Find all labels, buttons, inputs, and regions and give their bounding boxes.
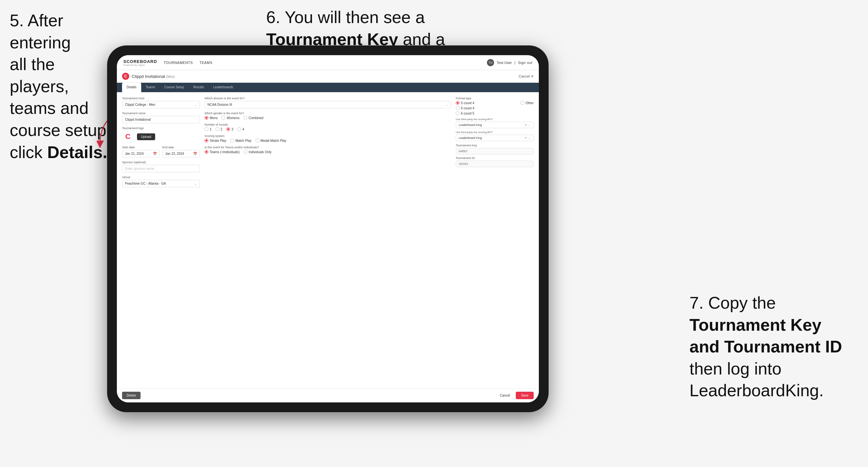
tournament-key-value: b4f6b7 <box>456 148 534 154</box>
format-other[interactable]: Other <box>520 101 534 105</box>
tournament-bar: C Clippd Invitational (Men) Cancel ✕ <box>117 70 539 83</box>
other-radio[interactable] <box>520 101 524 105</box>
format5count4-radio[interactable] <box>456 101 460 105</box>
name-input[interactable]: Clippd Invitational <box>122 116 200 123</box>
api2-field: Use third-party live scoring API? Leader… <box>456 131 534 141</box>
tab-results[interactable]: Results <box>189 83 208 92</box>
sponsor-input[interactable]: Enter sponsor name <box>122 165 200 172</box>
rounds-3[interactable]: 3 <box>226 127 234 131</box>
scoring-match[interactable]: Match Play <box>230 138 251 143</box>
format-5count4[interactable]: 5 count 4 <box>456 101 517 105</box>
api1-select[interactable]: Leaderboard King ✕ ⌄ <box>456 122 534 128</box>
gender-mens[interactable]: Mens <box>205 116 217 120</box>
cancel-button[interactable]: Cancel <box>497 392 513 399</box>
venue-input[interactable]: Peachtree GC - Atlanta - GA ⌄ <box>122 180 200 187</box>
round2-radio[interactable] <box>216 127 219 131</box>
step5-line5: click <box>10 143 48 162</box>
tablet-screen: SCOREBOARD Powered by clippd TOURNAMENTS… <box>117 55 539 402</box>
end-date-input[interactable]: Jan 23, 2024 📅 <box>162 150 200 157</box>
teams-plus[interactable]: Teams (+Individuals) <box>205 150 240 154</box>
api1-label: Use third-party live scoring API? <box>456 118 534 121</box>
api2-clear[interactable]: ✕ <box>525 136 527 139</box>
tournament-icon: C <box>122 73 129 80</box>
tournament-id-field: Tournament ID 302051 <box>456 156 534 167</box>
name-label: Tournament name <box>122 112 200 115</box>
start-date-input[interactable]: Jan 21, 2024 📅 <box>122 150 160 157</box>
step5-line1: 5. After entering <box>10 11 71 52</box>
scoring-field: Scoring system Stroke Play Match Play <box>205 134 451 143</box>
venue-field: Venue Peachtree GC - Atlanta - GA ⌄ <box>122 176 200 187</box>
scoring-medal[interactable]: Medal Match Play <box>255 138 286 143</box>
nav-links: TOURNAMENTS TEAMS <box>164 61 213 65</box>
tournament-id-value: 302051 <box>456 161 534 167</box>
main-content: Tournament Host Clippd College - Men ⌄ T… <box>117 92 539 388</box>
nav-teams[interactable]: TEAMS <box>199 61 212 65</box>
stroke-radio[interactable] <box>205 138 208 143</box>
combined-radio[interactable] <box>244 116 247 120</box>
format-label: Format type <box>456 97 534 100</box>
tab-details[interactable]: Details <box>122 83 141 92</box>
format-6count5[interactable]: 6 count 5 <box>456 111 517 115</box>
start-date-field: Start date Jan 21, 2024 📅 <box>122 146 160 157</box>
format6count4-radio[interactable] <box>456 106 460 110</box>
rounds-1[interactable]: 1 <box>205 127 212 131</box>
user-avatar: TU <box>487 59 494 66</box>
match-radio[interactable] <box>230 138 234 143</box>
sponsor-label: Sponsor (optional) <box>122 161 200 164</box>
tab-course-setup[interactable]: Course Setup <box>160 83 189 92</box>
rounds-label: Number of rounds <box>205 123 451 126</box>
user-name: Test User <box>497 61 512 65</box>
round1-radio[interactable] <box>205 127 208 131</box>
gender-radio-group: Mens Womens Combined <box>205 116 451 120</box>
medal-radio[interactable] <box>255 138 259 143</box>
tab-teams[interactable]: Teams <box>141 83 160 92</box>
api1-clear[interactable]: ✕ <box>525 123 527 127</box>
step5-line2: all the players, <box>10 55 69 96</box>
division-input[interactable]: NCAA Division III ⌄ <box>205 101 451 108</box>
logo-label: Tournament logo <box>122 127 200 130</box>
gender-womens[interactable]: Womens <box>221 116 239 120</box>
cancel-top-button[interactable]: Cancel ✕ <box>519 74 534 79</box>
tournament-key-field: Tournament Key b4f6b7 <box>456 144 534 154</box>
upload-button[interactable]: Upload <box>137 133 155 140</box>
format6count5-radio[interactable] <box>456 111 460 115</box>
logo-sub: Powered by clippd <box>123 64 157 66</box>
individuals-only[interactable]: Individuals Only <box>244 150 272 154</box>
end-date-field: End date Jan 23, 2024 📅 <box>162 146 200 157</box>
rounds-field: Number of rounds 1 2 3 <box>205 123 451 131</box>
division-dropdown-arrow: ⌄ <box>446 103 448 106</box>
format-field: Format type 5 count 4 6 count 4 <box>456 97 534 115</box>
api2-select[interactable]: Leaderboard King ✕ ⌄ <box>456 135 534 141</box>
nav-tournaments[interactable]: TOURNAMENTS <box>164 61 193 65</box>
step6-text: 6. You will then see a <box>266 8 425 27</box>
rounds-2[interactable]: 2 <box>216 127 223 131</box>
format-col-left: 5 count 4 6 count 4 6 count 5 <box>456 101 517 115</box>
format-6count4[interactable]: 6 count 4 <box>456 106 517 110</box>
scoring-stroke[interactable]: Stroke Play <box>205 138 226 143</box>
sign-out-link[interactable]: Sign out <box>518 61 532 65</box>
rounds-4[interactable]: 4 <box>237 127 244 131</box>
teams-field: Is this event for Teams and/or Individua… <box>205 146 451 154</box>
logo-section: C Upload <box>122 131 200 143</box>
end-calendar-icon: 📅 <box>193 152 197 155</box>
venue-dropdown-arrow: ⌄ <box>194 182 197 185</box>
host-input[interactable]: Clippd College - Men ⌄ <box>122 101 200 108</box>
individuals-radio[interactable] <box>244 150 247 154</box>
mens-radio[interactable] <box>205 116 208 120</box>
gender-field: Which gender is the event for? Mens Wome… <box>205 112 451 120</box>
round4-radio[interactable] <box>237 127 241 131</box>
step5-line3: teams and <box>10 99 89 118</box>
step5-annotation: 5. After entering all the players, teams… <box>10 10 114 163</box>
round3-radio[interactable] <box>226 127 230 131</box>
step7-bold1: Tournament Key <box>689 315 821 334</box>
api2-arrow: ⌄ <box>528 136 531 139</box>
delete-button[interactable]: Delete <box>122 392 141 399</box>
scoring-label: Scoring system <box>205 134 451 137</box>
tab-leaderboards[interactable]: Leaderboards <box>209 83 238 92</box>
gender-combined[interactable]: Combined <box>244 116 264 120</box>
save-button[interactable]: Save <box>516 392 534 399</box>
teams-radio[interactable] <box>205 150 208 154</box>
step7-line2: and Tournament ID <box>689 337 842 356</box>
start-date-label: Start date <box>122 146 160 149</box>
womens-radio[interactable] <box>221 116 225 120</box>
